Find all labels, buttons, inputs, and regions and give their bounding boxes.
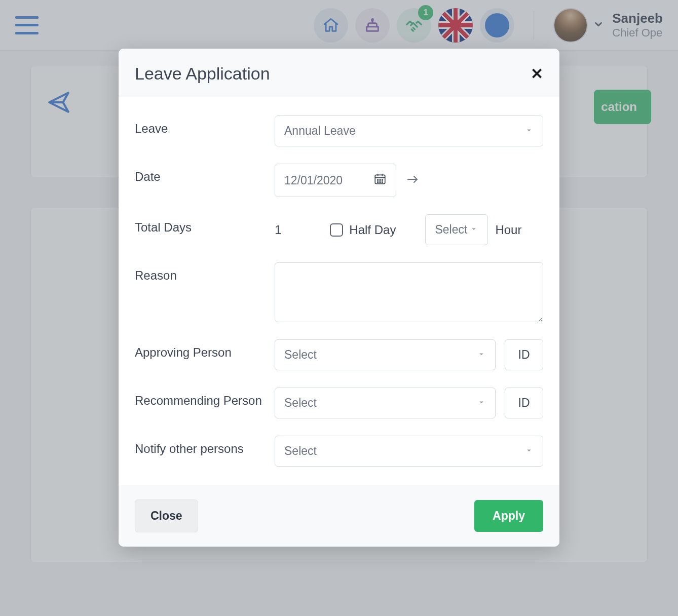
caret-down-icon [477, 396, 486, 410]
label-reason: Reason [135, 262, 275, 283]
close-button[interactable]: Close [135, 499, 198, 532]
row-notify: Notify other persons Select [135, 436, 543, 467]
hour-select[interactable]: Select [425, 214, 488, 245]
modal-body: Leave Annual Leave Date 12/01/2020 [119, 97, 559, 485]
row-total-days: Total Days 1 Half Day Select Hour [135, 214, 543, 245]
leave-type-value: Annual Leave [284, 124, 356, 138]
notify-persons-select[interactable]: Select [275, 436, 543, 467]
leave-type-select[interactable]: Annual Leave [275, 115, 543, 146]
modal-title: Leave Application [135, 64, 270, 84]
svg-point-4 [378, 179, 379, 180]
caret-down-icon [524, 444, 534, 458]
approving-person-value: Select [284, 348, 317, 362]
close-icon[interactable]: ✕ [531, 66, 543, 82]
label-date: Date [135, 164, 275, 184]
recommending-person-select[interactable]: Select [275, 388, 496, 418]
caret-down-icon [469, 223, 478, 237]
date-input[interactable]: 12/01/2020 [275, 164, 396, 197]
hour-select-value: Select [435, 223, 467, 237]
approving-person-select[interactable]: Select [275, 339, 496, 370]
arrow-right-icon[interactable] [405, 173, 421, 187]
label-notify: Notify other persons [135, 436, 275, 456]
row-date: Date 12/01/2020 [135, 164, 543, 197]
approving-id-box[interactable]: ID [505, 339, 543, 370]
hour-label: Hour [495, 223, 521, 237]
apply-button[interactable]: Apply [474, 500, 543, 532]
label-total-days: Total Days [135, 214, 275, 235]
svg-point-9 [382, 182, 383, 183]
caret-down-icon [477, 348, 486, 362]
reason-textarea[interactable] [275, 262, 543, 322]
svg-point-6 [382, 179, 383, 180]
label-approving: Approving Person [135, 339, 275, 360]
calendar-icon [373, 172, 387, 188]
half-day-label: Half Day [349, 223, 396, 237]
leave-application-modal: Leave Application ✕ Leave Annual Leave D… [119, 49, 559, 547]
recommending-person-value: Select [284, 396, 317, 410]
row-reason: Reason [135, 262, 543, 322]
recommending-id-box[interactable]: ID [505, 388, 543, 418]
modal-footer: Close Apply [119, 485, 559, 547]
svg-point-8 [380, 182, 381, 183]
modal-header: Leave Application ✕ [119, 49, 559, 97]
row-recommending: Recommending Person Select ID [135, 388, 543, 418]
modal-overlay: Leave Application ✕ Leave Annual Leave D… [0, 0, 678, 616]
svg-point-5 [380, 179, 381, 180]
label-leave: Leave [135, 115, 275, 136]
row-approving: Approving Person Select ID [135, 339, 543, 370]
half-day-checkbox[interactable] [330, 223, 343, 237]
total-days-value: 1 [275, 223, 281, 237]
row-leave: Leave Annual Leave [135, 115, 543, 146]
notify-persons-value: Select [284, 444, 317, 458]
label-recommending: Recommending Person [135, 388, 275, 408]
svg-point-7 [378, 182, 379, 183]
caret-down-icon [524, 124, 534, 138]
date-value: 12/01/2020 [284, 174, 343, 187]
